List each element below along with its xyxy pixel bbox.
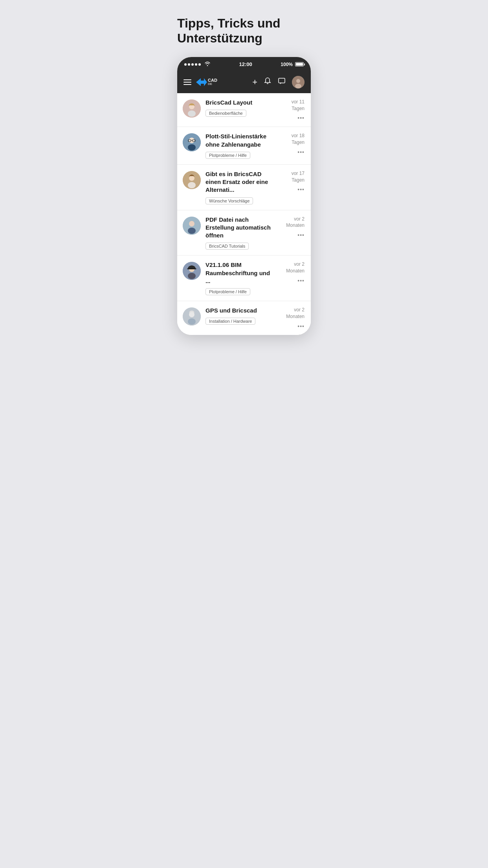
avatar — [183, 217, 201, 235]
signal-dot-3 — [191, 63, 194, 66]
status-left — [184, 61, 211, 67]
add-button[interactable]: + — [252, 77, 257, 87]
signal-dot-4 — [195, 63, 197, 66]
item-content: GPS und Bricscad Installation / Hardware — [205, 307, 276, 325]
signal-dot-5 — [198, 63, 201, 66]
item-time: vor 2Monaten — [286, 307, 305, 320]
item-time: vor 2Monaten — [286, 261, 305, 274]
list-item[interactable]: GPS und Bricscad Installation / Hardware… — [177, 301, 311, 335]
more-button[interactable]: ••• — [297, 186, 305, 193]
item-content: BricsCad Layout Bedienoberfläche — [205, 99, 276, 117]
item-tag[interactable]: Bedienoberfläche — [205, 110, 246, 117]
svg-point-0 — [207, 65, 208, 66]
app-logo[interactable]: CAD DE — [196, 78, 217, 86]
svg-point-5 — [295, 84, 301, 88]
item-tag[interactable]: Plotprobleme / Hilfe — [205, 288, 250, 295]
page-title: Tipps, Tricks und Unterstützung — [177, 16, 311, 46]
item-meta: vor 18Tagen ••• — [281, 132, 305, 155]
item-title: V21.1.06 BIM Raumbeschriftung und ... — [205, 261, 276, 285]
item-tag[interactable]: BricsCAD Tutorials — [205, 243, 249, 250]
item-tag[interactable]: Installation / Hardware — [205, 318, 255, 325]
svg-point-17 — [188, 182, 196, 188]
item-meta: vor 11Tagen ••• — [281, 99, 305, 121]
item-time: vor 18Tagen — [292, 132, 305, 146]
nav-actions: + — [252, 76, 305, 88]
svg-point-14 — [188, 144, 196, 151]
notification-button[interactable] — [264, 77, 272, 87]
menu-button[interactable] — [183, 79, 191, 85]
post-list: BricsCad Layout Bedienoberfläche vor 11T… — [177, 93, 311, 335]
avatar — [183, 171, 201, 189]
more-button[interactable]: ••• — [297, 149, 305, 155]
more-button[interactable]: ••• — [297, 232, 305, 238]
svg-point-8 — [188, 110, 196, 117]
item-meta: vor 2Monaten ••• — [281, 261, 305, 284]
nav-bar: CAD DE + — [177, 71, 311, 93]
page-wrapper: Tipps, Tricks und Unterstützung — [163, 0, 325, 351]
avatar — [183, 99, 201, 118]
user-avatar[interactable] — [292, 76, 305, 88]
battery-fill — [296, 63, 303, 66]
item-time: vor 17Tagen — [292, 170, 305, 184]
more-button[interactable]: ••• — [297, 323, 305, 329]
item-time: vor 11Tagen — [292, 99, 305, 112]
item-tag[interactable]: Plotprobleme / Hilfe — [205, 152, 250, 159]
item-content: Plott-Stil-Linienstärke ohne Zahlenangab… — [205, 132, 276, 159]
svg-point-4 — [296, 79, 300, 83]
item-tag[interactable]: Wünsche Vorschläge — [205, 197, 253, 204]
content-area: BricsCad Layout Bedienoberfläche vor 11T… — [177, 93, 311, 335]
more-button[interactable]: ••• — [297, 115, 305, 121]
menu-line-1 — [183, 79, 191, 80]
list-item[interactable]: Plott-Stil-Linienstärke ohne Zahlenangab… — [177, 127, 311, 165]
item-content: PDF Datei nach Erstellung automatisch öf… — [205, 216, 276, 250]
svg-marker-1 — [196, 78, 207, 86]
menu-line-2 — [183, 82, 191, 83]
status-right: 100% — [281, 62, 304, 67]
item-title: BricsCad Layout — [205, 99, 276, 107]
chat-button[interactable] — [278, 77, 286, 87]
signal-dot-1 — [184, 63, 187, 66]
status-time: 12:00 — [239, 61, 252, 67]
svg-point-19 — [189, 221, 194, 226]
menu-line-3 — [183, 84, 191, 85]
item-title: Plott-Stil-Linienstärke ohne Zahlenangab… — [205, 132, 276, 149]
status-bar: 12:00 100% — [177, 57, 311, 71]
battery-icon — [295, 62, 304, 66]
item-content: V21.1.06 BIM Raumbeschriftung und ... Pl… — [205, 261, 276, 295]
logo-text: CAD DE — [208, 78, 217, 86]
avatar — [183, 307, 201, 326]
svg-point-20 — [188, 228, 196, 234]
avatar — [183, 133, 201, 151]
svg-rect-2 — [279, 78, 285, 83]
wifi-icon — [204, 61, 211, 67]
logo-de-text: DE — [208, 83, 217, 86]
list-item[interactable]: BricsCad Layout Bedienoberfläche vor 11T… — [177, 93, 311, 127]
item-meta: vor 17Tagen ••• — [281, 170, 305, 193]
item-title: PDF Datei nach Erstellung automatisch öf… — [205, 216, 276, 240]
svg-point-23 — [188, 273, 196, 279]
more-button[interactable]: ••• — [297, 278, 305, 284]
avatar — [183, 262, 201, 280]
item-meta: vor 2Monaten ••• — [281, 307, 305, 329]
list-item[interactable]: PDF Datei nach Erstellung automatisch öf… — [177, 210, 311, 256]
item-meta: vor 2Monaten ••• — [281, 216, 305, 239]
item-title: GPS und Bricscad — [205, 307, 276, 314]
signal-dots — [184, 63, 201, 66]
item-content: Gibt es in BricsCAD einen Ersatz oder ei… — [205, 170, 276, 204]
signal-dot-2 — [188, 63, 190, 66]
logo-arrow-icon — [196, 78, 207, 86]
battery-percent: 100% — [281, 62, 293, 67]
item-time: vor 2Monaten — [286, 216, 305, 229]
phone-frame: 12:00 100% CAD DE — [177, 57, 311, 335]
list-item[interactable]: V21.1.06 BIM Raumbeschriftung und ... Pl… — [177, 256, 311, 301]
list-item[interactable]: Gibt es in BricsCAD einen Ersatz oder ei… — [177, 165, 311, 210]
item-title: Gibt es in BricsCAD einen Ersatz oder ei… — [205, 170, 276, 194]
svg-point-26 — [188, 318, 196, 325]
